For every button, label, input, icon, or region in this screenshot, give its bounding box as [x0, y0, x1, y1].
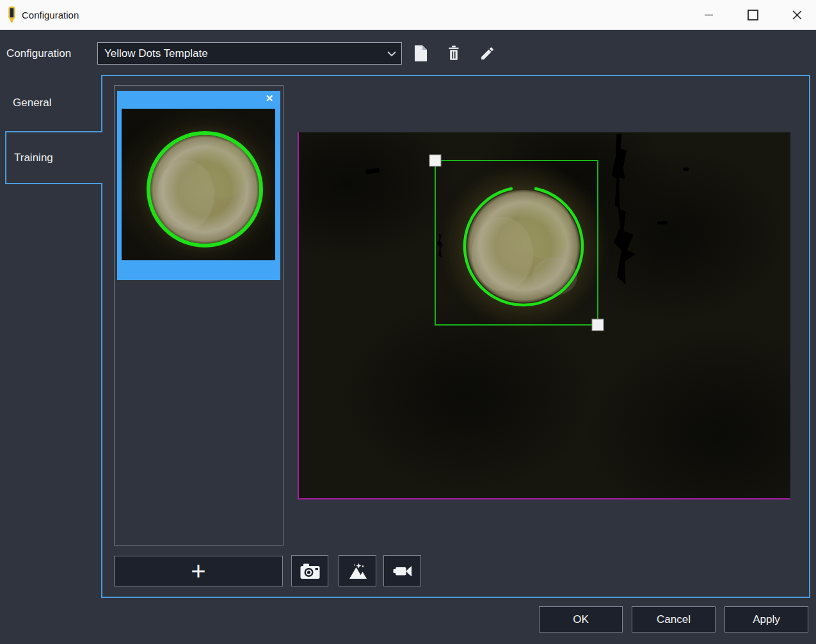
capture-photo-button[interactable] — [291, 555, 328, 586]
document-icon — [414, 45, 428, 62]
camera-icon — [300, 562, 321, 580]
window-title: Configuration — [22, 0, 79, 30]
image-mountains-icon — [348, 562, 368, 580]
tab-general-label: General — [13, 97, 51, 109]
new-template-button[interactable] — [407, 40, 434, 67]
app-pen-icon — [7, 6, 17, 24]
edit-template-button[interactable] — [474, 40, 500, 67]
maximize-icon — [748, 10, 758, 20]
ok-button[interactable]: OK — [539, 606, 623, 632]
tab-training[interactable]: Training — [5, 131, 102, 184]
cancel-button[interactable]: Cancel — [632, 606, 716, 632]
trash-icon — [447, 45, 460, 61]
template-dropdown[interactable]: Yellow Dots Template — [97, 42, 402, 65]
chevron-down-icon — [382, 51, 401, 56]
video-camera-icon — [392, 562, 413, 580]
close-button[interactable] — [782, 0, 812, 30]
template-dropdown-value: Yellow Dots Template — [98, 47, 382, 60]
close-icon — [792, 10, 802, 20]
minimize-button[interactable] — [694, 0, 723, 30]
minimize-icon — [705, 14, 713, 16]
load-image-button[interactable] — [339, 555, 376, 586]
tab-general[interactable]: General — [5, 75, 101, 131]
titlebar: Configuration — [0, 0, 816, 30]
pencil-icon — [479, 45, 495, 61]
add-sample-button[interactable]: + — [114, 556, 283, 586]
configuration-dialog: Configuration Configuration Yellow Dots … — [0, 0, 816, 644]
apply-button[interactable]: Apply — [724, 606, 808, 632]
maximize-button[interactable] — [738, 0, 767, 30]
training-preview-canvas[interactable] — [298, 132, 790, 499]
capture-video-button[interactable] — [383, 555, 421, 586]
resize-handle-bottom-right[interactable] — [592, 319, 604, 331]
resize-handle-top-left[interactable] — [429, 155, 441, 166]
tab-training-label: Training — [14, 152, 53, 164]
sample-thumbnail-image — [122, 109, 275, 260]
training-sample-thumbnail[interactable]: ✕ — [117, 91, 280, 280]
remove-sample-button[interactable]: ✕ — [264, 93, 275, 104]
delete-template-button[interactable] — [440, 40, 467, 67]
configuration-label: Configuration — [6, 42, 71, 65]
